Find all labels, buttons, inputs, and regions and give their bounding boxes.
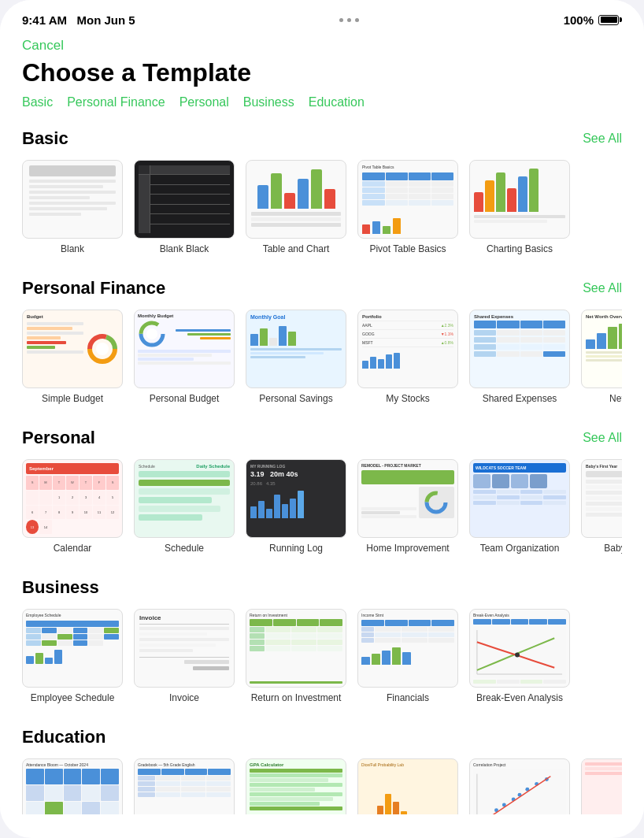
battery-percentage: 100% xyxy=(564,13,594,27)
status-right: 100% xyxy=(564,13,622,27)
thumb-running-log: MY RUNNING LOG 3.19 20m 40s 20.86 4.35 xyxy=(246,459,346,538)
status-center xyxy=(339,18,359,22)
template-row-pf: Budget xyxy=(22,310,622,404)
thumb-gradebook: Gradebook — 5th Grade English xyxy=(134,758,235,814)
template-break-even[interactable]: Break-Even Analysis xyxy=(469,609,570,703)
template-correlation[interactable]: Correlation Project xyxy=(469,758,570,814)
template-gradebook[interactable]: Gradebook — 5th Grade English xyxy=(134,758,235,814)
category-tabs: Basic Personal Finance Personal Business… xyxy=(22,95,622,109)
thumb-schedule: Schedule Daily Schedule xyxy=(134,459,235,538)
label-roi: Return on Investment xyxy=(251,692,342,703)
thumb-personal-budget: Monthly Budget xyxy=(134,310,235,388)
section-title-education: Education xyxy=(22,727,105,747)
status-dot-1 xyxy=(339,18,343,22)
template-simple-budget[interactable]: Budget xyxy=(22,310,123,404)
template-gpa-calculator[interactable]: GPA Calculator xyxy=(246,758,346,814)
label-home-improvement: Home Improvement xyxy=(366,543,449,554)
see-all-pf[interactable]: See All xyxy=(583,281,622,295)
thumb-calendar: September S M T W T F S xyxy=(22,459,123,538)
tab-business[interactable]: Business xyxy=(243,95,294,109)
battery-icon xyxy=(598,15,622,25)
template-employee-schedule[interactable]: Employee Schedule xyxy=(22,609,123,703)
template-row-education: Attendance Bloom — October 2024 xyxy=(22,758,622,814)
template-roi[interactable]: Return on Investment xyxy=(246,609,346,703)
label-team-org: Team Organization xyxy=(480,543,560,554)
label-invoice: Invoice xyxy=(169,692,199,703)
label-break-even: Break-Even Analysis xyxy=(476,692,563,703)
template-team-org[interactable]: WILDCATS SOCCER TEAM xyxy=(469,459,570,554)
section-business: Business Employee Schedule xyxy=(22,577,622,703)
tab-basic[interactable]: Basic xyxy=(22,95,53,109)
section-title-business: Business xyxy=(22,577,99,598)
template-invoice[interactable]: Invoice Invoice xyxy=(134,609,235,703)
template-calendar[interactable]: September S M T W T F S xyxy=(22,459,123,554)
template-thumb-pivot: Pivot Table Basics xyxy=(357,160,458,239)
label-personal-budget: Personal Budget xyxy=(150,393,220,404)
template-shared-expenses[interactable]: Shared Expenses xyxy=(469,310,570,404)
template-personal-budget[interactable]: Monthly Budget xyxy=(134,310,235,404)
thumb-personal-savings: Monthly Goal xyxy=(246,310,346,388)
template-baby-record[interactable]: Baby's First Year xyxy=(581,459,622,554)
section-header-business: Business xyxy=(22,577,622,598)
thumb-team-org: WILDCATS SOCCER TEAM xyxy=(469,459,570,538)
battery-body xyxy=(598,15,619,25)
thumb-dice-probability: Dice/Full Probability Lab xyxy=(357,758,458,814)
section-title-personal: Personal xyxy=(22,428,95,448)
template-row-personal: September S M T W T F S xyxy=(22,459,622,554)
template-home-improvement[interactable]: REMODEL - PROJECT MARKET xyxy=(357,459,458,554)
template-blank[interactable]: Blank xyxy=(22,160,123,254)
section-header-pf: Personal Finance See All xyxy=(22,278,622,298)
template-thumb-charting xyxy=(469,160,570,239)
cancel-button[interactable]: Cancel xyxy=(22,38,64,54)
section-title-basic: Basic xyxy=(22,128,68,149)
section-personal: Personal See All September S M xyxy=(22,428,622,554)
svg-point-3 xyxy=(96,343,109,355)
tab-personal-finance[interactable]: Personal Finance xyxy=(67,95,165,109)
thumb-baby-record: Baby's First Year xyxy=(581,459,622,538)
template-personal-savings[interactable]: Monthly Goal xyxy=(246,310,346,404)
template-table-chart[interactable]: Table and Chart xyxy=(246,160,346,254)
template-thumb-table-chart xyxy=(246,160,346,239)
see-all-basic[interactable]: See All xyxy=(583,132,622,146)
status-dot-2 xyxy=(347,18,351,22)
template-row-business: Employee Schedule xyxy=(22,609,622,703)
main-content: Choose a Template Basic Personal Finance… xyxy=(0,58,644,814)
label-net-worth: Net Wor… xyxy=(609,393,622,404)
template-schedule[interactable]: Schedule Daily Schedule Schedule xyxy=(134,459,235,554)
section-header-personal: Personal See All xyxy=(22,428,622,448)
label-table-chart: Table and Chart xyxy=(263,243,330,254)
svg-point-12 xyxy=(515,653,520,658)
section-personal-finance: Personal Finance See All Budget xyxy=(22,278,622,404)
thumb-gpa-calculator: GPA Calculator xyxy=(246,758,346,814)
tab-personal[interactable]: Personal xyxy=(180,95,229,109)
template-financials[interactable]: Income Stmt xyxy=(357,609,458,703)
label-personal-savings: Personal Savings xyxy=(259,393,332,404)
thumb-attendance-bloom: Attendance Bloom — October 2024 xyxy=(22,758,123,814)
template-attendance-bloom[interactable]: Attendance Bloom — October 2024 xyxy=(22,758,123,814)
label-employee-schedule: Employee Schedule xyxy=(31,692,115,703)
section-header-education: Education xyxy=(22,727,622,747)
thumb-financials: Income Stmt xyxy=(357,609,458,688)
template-net-worth[interactable]: Net Worth Overview xyxy=(581,310,622,404)
template-dice-probability[interactable]: Dice/Full Probability Lab xyxy=(357,758,458,814)
status-bar: 9:41 AM Mon Jun 5 100% xyxy=(0,0,644,35)
template-thumb-blank-black xyxy=(134,160,235,239)
label-calendar: Calendar xyxy=(54,543,92,554)
thumb-simple-budget: Budget xyxy=(22,310,123,388)
label-schedule: Schedule xyxy=(165,543,204,554)
template-pivot[interactable]: Pivot Table Basics xyxy=(357,160,458,254)
label-my-stocks: My Stocks xyxy=(386,393,429,404)
thumb-shared-expenses: Shared Expenses xyxy=(469,310,570,388)
svg-line-23 xyxy=(485,777,551,814)
template-blank-black[interactable]: Blank Black xyxy=(134,160,235,254)
tab-education[interactable]: Education xyxy=(309,95,365,109)
see-all-personal[interactable]: See All xyxy=(583,431,622,445)
label-blank: Blank xyxy=(61,243,84,254)
label-charting: Charting Basics xyxy=(487,243,553,254)
template-charting[interactable]: Charting Basics xyxy=(469,160,570,254)
battery-tip xyxy=(620,17,622,22)
template-running-log[interactable]: MY RUNNING LOG 3.19 20m 40s 20.86 4.35 xyxy=(246,459,346,554)
label-running-log: Running Log xyxy=(269,543,323,554)
template-school-year[interactable]: 2024–2025 School Year 2024–2025 School Y… xyxy=(581,758,622,814)
template-my-stocks[interactable]: Portfolio AAPL ▲2.3% GOOG ▼1.1% xyxy=(357,310,458,404)
